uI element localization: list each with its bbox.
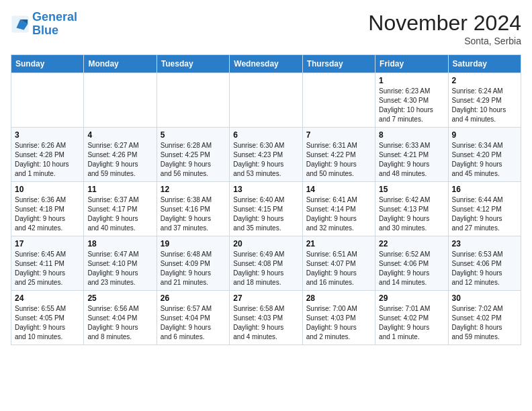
weekday-header-row: SundayMondayTuesdayWednesdayThursdayFrid… — [11, 55, 521, 73]
day-info: Sunrise: 6:26 AMSunset: 4:28 PMDaylight:… — [15, 141, 80, 179]
day-info: Sunrise: 6:33 AMSunset: 4:21 PMDaylight:… — [379, 141, 444, 179]
day-cell-7: 7Sunrise: 6:31 AMSunset: 4:22 PMDaylight… — [302, 128, 375, 182]
day-info: Sunrise: 6:37 AMSunset: 4:17 PMDaylight:… — [87, 195, 152, 233]
weekday-header-wednesday: Wednesday — [230, 55, 302, 73]
day-info: Sunrise: 6:47 AMSunset: 4:10 PMDaylight:… — [87, 250, 152, 287]
day-number: 6 — [233, 130, 298, 140]
logo-text: General Blue — [32, 11, 77, 38]
day-info: Sunrise: 6:44 AMSunset: 4:12 PMDaylight:… — [452, 195, 517, 233]
day-number: 25 — [87, 293, 152, 303]
day-info: Sunrise: 6:27 AMSunset: 4:26 PMDaylight:… — [87, 141, 152, 179]
day-cell-6: 6Sunrise: 6:30 AMSunset: 4:23 PMDaylight… — [230, 128, 302, 182]
day-number: 8 — [379, 130, 444, 140]
day-number: 13 — [233, 185, 298, 194]
empty-cell — [230, 73, 302, 128]
location: Sonta, Serbia — [368, 36, 521, 46]
day-cell-28: 28Sunrise: 7:00 AMSunset: 4:03 PMDayligh… — [302, 291, 375, 345]
week-row-2: 3Sunrise: 6:26 AMSunset: 4:28 PMDaylight… — [11, 128, 521, 182]
day-info: Sunrise: 6:28 AMSunset: 4:25 PMDaylight:… — [161, 141, 226, 179]
day-info: Sunrise: 6:23 AMSunset: 4:30 PMDaylight:… — [379, 87, 444, 124]
day-cell-22: 22Sunrise: 6:52 AMSunset: 4:06 PMDayligh… — [375, 236, 448, 291]
day-number: 24 — [15, 293, 80, 303]
day-info: Sunrise: 6:41 AMSunset: 4:14 PMDaylight:… — [306, 195, 371, 233]
day-info: Sunrise: 6:45 AMSunset: 4:11 PMDaylight:… — [15, 250, 80, 287]
week-row-4: 17Sunrise: 6:45 AMSunset: 4:11 PMDayligh… — [11, 236, 521, 291]
day-number: 20 — [233, 239, 298, 248]
empty-cell — [157, 73, 229, 128]
day-cell-10: 10Sunrise: 6:36 AMSunset: 4:18 PMDayligh… — [11, 182, 84, 236]
day-info: Sunrise: 6:34 AMSunset: 4:20 PMDaylight:… — [452, 141, 517, 179]
day-cell-12: 12Sunrise: 6:38 AMSunset: 4:16 PMDayligh… — [157, 182, 229, 236]
day-number: 16 — [452, 185, 517, 194]
day-info: Sunrise: 6:49 AMSunset: 4:08 PMDaylight:… — [233, 250, 298, 287]
day-number: 10 — [15, 185, 80, 194]
day-info: Sunrise: 6:56 AMSunset: 4:04 PMDaylight:… — [87, 304, 152, 342]
month-title: November 2024 — [368, 11, 521, 36]
day-number: 15 — [379, 185, 444, 194]
day-number: 7 — [306, 130, 371, 140]
day-number: 5 — [161, 130, 226, 140]
day-cell-17: 17Sunrise: 6:45 AMSunset: 4:11 PMDayligh… — [11, 236, 84, 291]
day-cell-13: 13Sunrise: 6:40 AMSunset: 4:15 PMDayligh… — [230, 182, 302, 236]
weekday-header-monday: Monday — [84, 55, 157, 73]
day-info: Sunrise: 6:48 AMSunset: 4:09 PMDaylight:… — [161, 250, 226, 287]
day-cell-25: 25Sunrise: 6:56 AMSunset: 4:04 PMDayligh… — [84, 291, 157, 345]
day-cell-4: 4Sunrise: 6:27 AMSunset: 4:26 PMDaylight… — [84, 128, 157, 182]
empty-cell — [302, 73, 375, 128]
weekday-header-friday: Friday — [375, 55, 448, 73]
day-number: 27 — [233, 293, 298, 303]
title-block: November 2024 Sonta, Serbia — [368, 11, 521, 46]
calendar: SundayMondayTuesdayWednesdayThursdayFrid… — [11, 54, 521, 345]
week-row-3: 10Sunrise: 6:36 AMSunset: 4:18 PMDayligh… — [11, 182, 521, 236]
day-info: Sunrise: 6:53 AMSunset: 4:06 PMDaylight:… — [452, 250, 517, 287]
day-cell-14: 14Sunrise: 6:41 AMSunset: 4:14 PMDayligh… — [302, 182, 375, 236]
day-number: 18 — [87, 239, 152, 248]
day-number: 26 — [161, 293, 226, 303]
day-cell-8: 8Sunrise: 6:33 AMSunset: 4:21 PMDaylight… — [375, 128, 448, 182]
day-number: 12 — [161, 185, 226, 194]
day-info: Sunrise: 6:51 AMSunset: 4:07 PMDaylight:… — [306, 250, 371, 287]
empty-cell — [11, 73, 84, 128]
day-cell-1: 1Sunrise: 6:23 AMSunset: 4:30 PMDaylight… — [375, 73, 448, 128]
day-info: Sunrise: 6:52 AMSunset: 4:06 PMDaylight:… — [379, 250, 444, 287]
day-cell-11: 11Sunrise: 6:37 AMSunset: 4:17 PMDayligh… — [84, 182, 157, 236]
day-number: 2 — [452, 76, 517, 85]
weekday-header-thursday: Thursday — [302, 55, 375, 73]
day-cell-19: 19Sunrise: 6:48 AMSunset: 4:09 PMDayligh… — [157, 236, 229, 291]
day-info: Sunrise: 7:01 AMSunset: 4:02 PMDaylight:… — [379, 304, 444, 342]
day-number: 9 — [452, 130, 517, 140]
day-cell-15: 15Sunrise: 6:42 AMSunset: 4:13 PMDayligh… — [375, 182, 448, 236]
day-cell-21: 21Sunrise: 6:51 AMSunset: 4:07 PMDayligh… — [302, 236, 375, 291]
day-cell-9: 9Sunrise: 6:34 AMSunset: 4:20 PMDaylight… — [448, 128, 521, 182]
day-cell-26: 26Sunrise: 6:57 AMSunset: 4:04 PMDayligh… — [157, 291, 229, 345]
day-info: Sunrise: 6:36 AMSunset: 4:18 PMDaylight:… — [15, 195, 80, 233]
day-info: Sunrise: 6:57 AMSunset: 4:04 PMDaylight:… — [161, 304, 226, 342]
day-cell-2: 2Sunrise: 6:24 AMSunset: 4:29 PMDaylight… — [448, 73, 521, 128]
day-number: 30 — [452, 293, 517, 303]
day-number: 28 — [306, 293, 371, 303]
day-cell-23: 23Sunrise: 6:53 AMSunset: 4:06 PMDayligh… — [448, 236, 521, 291]
day-info: Sunrise: 6:55 AMSunset: 4:05 PMDaylight:… — [15, 304, 80, 342]
day-cell-3: 3Sunrise: 6:26 AMSunset: 4:28 PMDaylight… — [11, 128, 84, 182]
day-cell-24: 24Sunrise: 6:55 AMSunset: 4:05 PMDayligh… — [11, 291, 84, 345]
day-number: 11 — [87, 185, 152, 194]
weekday-header-tuesday: Tuesday — [157, 55, 229, 73]
day-info: Sunrise: 6:40 AMSunset: 4:15 PMDaylight:… — [233, 195, 298, 233]
day-info: Sunrise: 6:38 AMSunset: 4:16 PMDaylight:… — [161, 195, 226, 233]
day-cell-29: 29Sunrise: 7:01 AMSunset: 4:02 PMDayligh… — [375, 291, 448, 345]
day-number: 22 — [379, 239, 444, 248]
day-cell-16: 16Sunrise: 6:44 AMSunset: 4:12 PMDayligh… — [448, 182, 521, 236]
day-cell-20: 20Sunrise: 6:49 AMSunset: 4:08 PMDayligh… — [230, 236, 302, 291]
day-info: Sunrise: 6:42 AMSunset: 4:13 PMDaylight:… — [379, 195, 444, 233]
day-cell-5: 5Sunrise: 6:28 AMSunset: 4:25 PMDaylight… — [157, 128, 229, 182]
day-cell-30: 30Sunrise: 7:02 AMSunset: 4:02 PMDayligh… — [448, 291, 521, 345]
day-info: Sunrise: 7:02 AMSunset: 4:02 PMDaylight:… — [452, 304, 517, 342]
logo: General Blue — [11, 11, 77, 38]
day-number: 19 — [161, 239, 226, 248]
day-number: 17 — [15, 239, 80, 248]
day-number: 23 — [452, 239, 517, 248]
day-info: Sunrise: 6:30 AMSunset: 4:23 PMDaylight:… — [233, 141, 298, 179]
weekday-header-sunday: Sunday — [11, 55, 84, 73]
day-number: 4 — [87, 130, 152, 140]
day-number: 14 — [306, 185, 371, 194]
